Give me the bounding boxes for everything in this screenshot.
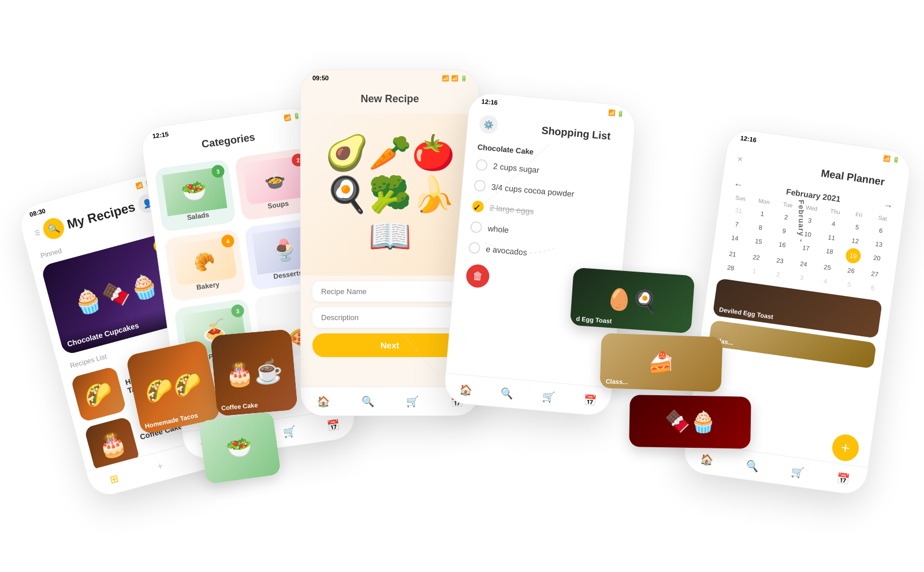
cal-day-27[interactable]: 27 (863, 266, 887, 281)
meal-close-icon[interactable]: ✕ (737, 155, 744, 164)
cal-day-20[interactable]: 20 (865, 250, 889, 268)
item-text-4: e avocados (486, 244, 528, 257)
cal-prev-arrow[interactable]: ← (733, 179, 743, 191)
checkbox-1[interactable] (474, 180, 486, 192)
recipe-desc-input[interactable] (312, 307, 467, 328)
status-icons-3: 📶📶🔋 (442, 75, 467, 81)
cal-day-9[interactable]: 9 (772, 223, 796, 239)
checkbox-4[interactable] (468, 242, 481, 254)
cal-day-23[interactable]: 23 (768, 252, 792, 268)
coffee-cake-card-scattered: 🎂☕ Coffee Cake (210, 329, 298, 417)
time-4: 12:16 (481, 98, 498, 106)
cal-day-25[interactable]: 25 (815, 259, 840, 275)
cal-day-1[interactable]: 1 (750, 206, 774, 221)
cal-day-18[interactable]: 18 (817, 243, 842, 261)
add-meal-fab[interactable]: + (830, 433, 860, 463)
delete-button[interactable]: 🗑 (465, 263, 490, 288)
new-recipe-title: New Recipe (301, 84, 479, 114)
item-text-1: 3/4 cups cocoa powder (491, 182, 575, 198)
bn3-home[interactable]: 🏠 (317, 395, 330, 408)
bn4-home[interactable]: 🏠 (459, 382, 472, 396)
cal-day-next-5[interactable]: 5 (837, 276, 861, 292)
bn4-search[interactable]: 🔍 (500, 387, 514, 400)
cal-day-14[interactable]: 14 (722, 230, 747, 248)
filter-icon: ☰ (33, 229, 41, 237)
cal-day-next-2[interactable]: 2 (766, 266, 790, 282)
tacos-thumb: 🌮 (70, 366, 127, 422)
search-button[interactable]: 🔍 (41, 216, 66, 242)
status-icons-4: 📶🔋 (608, 109, 624, 117)
status-bar-3: 09:50 📶📶🔋 (301, 70, 479, 84)
add-nav-icon[interactable]: + (156, 460, 165, 473)
cal-next-arrow[interactable]: → (883, 200, 893, 211)
time-2: 12:15 (152, 131, 169, 140)
recipe-hero-illustration: 🥑🥕🍅🍳🥦🍌📖 (301, 114, 479, 276)
category-salads[interactable]: 3 🥗 Salads (154, 159, 236, 232)
checkbox-2[interactable]: ✓ (472, 200, 485, 213)
item-text-3: whole (487, 224, 509, 235)
cal-day-31[interactable]: 31 (726, 203, 751, 218)
next-button[interactable]: Next (312, 333, 467, 357)
bn5-home[interactable]: 🏠 (699, 452, 714, 467)
cal-day-8[interactable]: 8 (748, 220, 773, 235)
checkbox-3[interactable] (470, 221, 483, 233)
cal-day-next-4[interactable]: 4 (813, 273, 837, 289)
cal-day-19-today[interactable]: 19 (845, 247, 862, 264)
bn4-cal[interactable]: 📅 (583, 393, 597, 407)
time-3: 09:50 (312, 75, 329, 81)
item-text-2: 2 large eggs (489, 203, 534, 216)
cal-day-11[interactable]: 11 (819, 229, 844, 245)
cal-day-16[interactable]: 16 (770, 237, 795, 255)
salad-card-scattered: 🥗 (198, 411, 281, 484)
classic-label-scattered: Class... (606, 378, 628, 385)
cal-day-15[interactable]: 15 (746, 233, 771, 251)
classic-image-scattered: 🍰 Class... (599, 333, 722, 392)
chocolate-image-scattered: 🍫🧁 (629, 395, 751, 449)
cal-day-7[interactable]: 7 (725, 216, 749, 232)
home-nav-icon[interactable]: ⊞ (108, 471, 120, 486)
cal-day-5[interactable]: 5 (845, 219, 869, 235)
deviled-egg-toast-image: 🥚🍳 d Egg Toast (570, 268, 695, 333)
cal-day-next-3[interactable]: 3 (789, 270, 814, 285)
status-icons-5: 📶🔋 (883, 154, 900, 164)
time-5: 12:16 (740, 134, 757, 143)
cal-day-next-1[interactable]: 1 (742, 263, 766, 278)
status-icons-2: 📶🔋 (284, 112, 300, 121)
item-text-0: 2 cups sugar (493, 161, 539, 174)
cal-day-13[interactable]: 13 (867, 236, 891, 252)
checkbox-0[interactable] (475, 159, 488, 172)
cal-day-17[interactable]: 17 (793, 240, 818, 258)
cal-day-28[interactable]: 28 (718, 260, 743, 276)
cal-day-24[interactable]: 24 (792, 256, 816, 272)
cal-day-21[interactable]: 21 (721, 246, 745, 262)
cal-day-26[interactable]: 26 (839, 263, 863, 278)
cal-day-2[interactable]: 2 (774, 209, 798, 225)
food-ingredients-illustration: 🥑🥕🍅🍳🥦🍌📖 (325, 132, 455, 257)
bn5-shop[interactable]: 🛒 (791, 465, 805, 480)
bn5-cal[interactable]: 📅 (836, 471, 850, 486)
cal-day-next-6[interactable]: 6 (860, 280, 885, 295)
shop-nav-2[interactable]: 🛒 (282, 425, 297, 439)
shop-avatar: ⚙️ (479, 114, 499, 135)
shopping-title: Shopping List (529, 115, 623, 150)
meal-entry-1-label: Deviled Egg Toast (719, 306, 774, 320)
february-label: February - (798, 200, 806, 243)
cal-day-4[interactable]: 4 (821, 216, 845, 232)
time-1: 08:30 (29, 207, 46, 218)
bn3-shop[interactable]: 🛒 (406, 395, 419, 408)
bn4-shop[interactable]: 🛒 (542, 390, 556, 404)
category-bakery[interactable]: 4 🥐 Bakery (164, 229, 246, 302)
cal-day-12[interactable]: 12 (843, 233, 867, 248)
cal-day-6[interactable]: 6 (869, 222, 893, 238)
bn3-search[interactable]: 🔍 (362, 395, 374, 408)
cal-nav-2[interactable]: 📅 (326, 418, 340, 433)
recipe-name-input[interactable] (312, 281, 467, 302)
cal-day-22[interactable]: 22 (744, 250, 769, 265)
bn5-search[interactable]: 🔍 (745, 459, 759, 473)
